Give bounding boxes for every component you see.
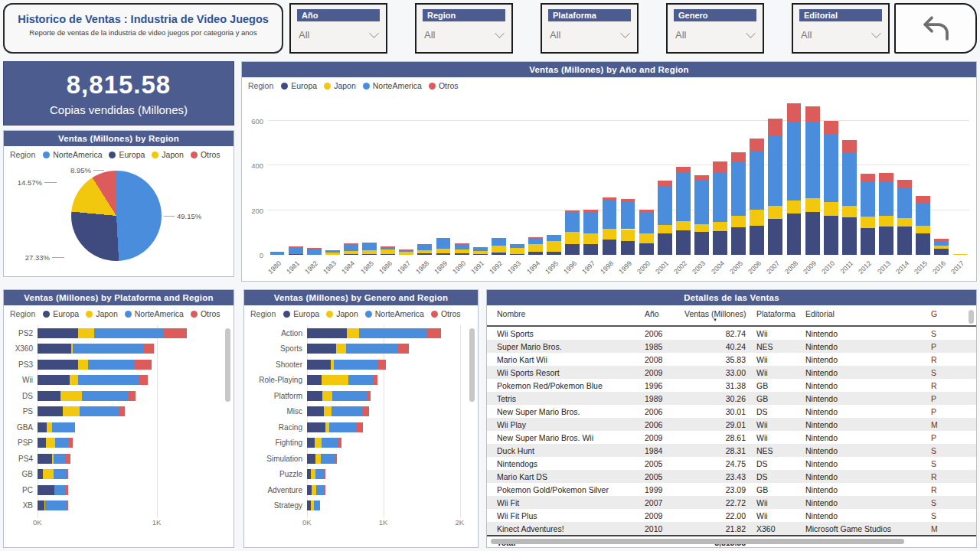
column-1989[interactable]: [436, 99, 451, 255]
bar-segment-europa[interactable]: [307, 360, 331, 370]
bar-segment-europa[interactable]: [897, 227, 912, 255]
bar-segment-europa[interactable]: [879, 227, 893, 255]
bar-action[interactable]: [307, 328, 441, 338]
bar-segment-europa[interactable]: [805, 212, 820, 255]
bar-segment-otros[interactable]: [325, 250, 340, 251]
column-2013[interactable]: [879, 99, 893, 255]
bar-segment-europa[interactable]: [916, 233, 930, 255]
legend-item-europa[interactable]: Europa: [109, 150, 145, 159]
bar-segment-norteamerica[interactable]: [381, 247, 395, 250]
column-2000[interactable]: [639, 99, 654, 255]
column-1996[interactable]: [565, 99, 580, 255]
column-1998[interactable]: [603, 99, 617, 255]
platform-scrollbar[interactable]: [225, 328, 230, 402]
bar-segment-japon[interactable]: [336, 344, 347, 354]
bar-segment-europa[interactable]: [307, 328, 347, 338]
bar-segment-norteamerica[interactable]: [322, 438, 338, 448]
bar-segment-japon[interactable]: [492, 246, 506, 252]
bar-segment-europa[interactable]: [787, 214, 802, 255]
column-2017[interactable]: [953, 99, 968, 255]
bar-segment-japon[interactable]: [528, 244, 543, 252]
bar-gba[interactable]: [38, 422, 75, 432]
bar-segment-europa[interactable]: [38, 469, 43, 479]
column-2001[interactable]: [658, 99, 672, 255]
bar-segment-norteamerica[interactable]: [547, 236, 561, 241]
bar-segment-japon[interactable]: [322, 375, 348, 385]
bar-segment-otros[interactable]: [338, 438, 341, 448]
column-1986[interactable]: [381, 99, 395, 255]
legend-item-europa[interactable]: Europa: [281, 81, 317, 90]
bar-segment-europa[interactable]: [639, 243, 654, 255]
bar-segment-otros[interactable]: [164, 328, 187, 338]
bar-segment-otros[interactable]: [74, 422, 75, 432]
column-2011[interactable]: [842, 99, 857, 255]
column-header-3[interactable]: Ventas (Millones)▼: [681, 309, 749, 322]
bar-segment-norteamerica[interactable]: [583, 212, 598, 233]
bar-shooter[interactable]: [307, 360, 386, 370]
chevron-down-icon[interactable]: [620, 28, 629, 37]
bar-segment-europa[interactable]: [565, 244, 580, 255]
bar-segment-japon[interactable]: [639, 233, 654, 243]
bar-segment-europa[interactable]: [842, 217, 857, 255]
bar-segment-japon[interactable]: [47, 422, 52, 432]
bar-ds[interactable]: [38, 391, 136, 401]
bar-segment-otros[interactable]: [658, 181, 672, 186]
bar-segment-europa[interactable]: [307, 406, 324, 416]
bar-segment-norteamerica[interactable]: [658, 186, 672, 225]
bar-segment-japon[interactable]: [46, 438, 55, 448]
bar-segment-europa[interactable]: [473, 254, 488, 255]
bar-segment-norteamerica[interactable]: [639, 213, 654, 234]
bar-segment-otros[interactable]: [128, 391, 135, 401]
bar-segment-europa[interactable]: [38, 375, 70, 385]
bar-segment-norteamerica[interactable]: [332, 406, 363, 416]
bar-segment-japon[interactable]: [861, 217, 875, 228]
bar-segment-otros[interactable]: [694, 175, 709, 181]
bar-segment-europa[interactable]: [583, 244, 598, 255]
bar-segment-norteamerica[interactable]: [436, 239, 451, 249]
bar-sports[interactable]: [307, 344, 409, 354]
bar-segment-europa[interactable]: [510, 254, 524, 255]
column-2014[interactable]: [897, 99, 912, 255]
bar-segment-japon[interactable]: [43, 469, 53, 479]
bar-segment-japon[interactable]: [436, 249, 451, 253]
bar-segment-norteamerica[interactable]: [54, 469, 67, 479]
legend-item-japon[interactable]: Japon: [86, 309, 118, 318]
column-1987[interactable]: [399, 99, 413, 255]
table-horizontal-scrollbar[interactable]: [491, 539, 904, 544]
bar-segment-japon[interactable]: [916, 226, 930, 233]
bar-segment-europa[interactable]: [621, 241, 635, 255]
column-2016[interactable]: [934, 99, 949, 255]
table-row[interactable]: New Super Mario Bros.200630.01DSNintendo…: [487, 405, 976, 418]
bar-segment-europa[interactable]: [38, 406, 63, 416]
bar-segment-otros[interactable]: [426, 328, 441, 338]
column-header-2[interactable]: Año: [642, 309, 681, 318]
bar-segment-europa[interactable]: [38, 438, 46, 448]
bar-segment-otros[interactable]: [934, 239, 949, 240]
bar-segment-otros[interactable]: [621, 199, 635, 201]
bar-segment-japon[interactable]: [750, 210, 764, 226]
column-1997[interactable]: [583, 99, 598, 255]
bar-segment-europa[interactable]: [658, 233, 672, 255]
bar-segment-japon[interactable]: [583, 233, 598, 244]
bar-segment-otros[interactable]: [374, 375, 378, 385]
bar-segment-norteamerica[interactable]: [750, 151, 764, 210]
bar-ps4[interactable]: [38, 454, 70, 464]
legend-item-otros[interactable]: Otros: [431, 309, 461, 318]
bar-segment-otros[interactable]: [289, 246, 303, 247]
bar-ps2[interactable]: [38, 328, 187, 338]
bar-racing[interactable]: [307, 422, 363, 432]
bar-segment-norteamerica[interactable]: [325, 251, 340, 253]
bar-segment-norteamerica[interactable]: [787, 122, 802, 200]
bar-segment-japon[interactable]: [325, 253, 340, 254]
bar-segment-norteamerica[interactable]: [94, 328, 164, 338]
bar-segment-otros[interactable]: [319, 500, 320, 510]
bar-segment-europa[interactable]: [750, 226, 764, 255]
table-row[interactable]: Kinect Adventures!201021.82X360Microsoft…: [487, 522, 976, 535]
bar-segment-otros[interactable]: [603, 197, 617, 200]
bar-segment-europa[interactable]: [694, 232, 709, 255]
bar-segment-japon[interactable]: [381, 249, 395, 254]
bar-segment-norteamerica[interactable]: [824, 135, 838, 203]
table-row[interactable]: Pokemon Red/Pokemon Blue199631.38GBNinte…: [487, 379, 976, 392]
bar-segment-norteamerica[interactable]: [334, 360, 378, 370]
bar-segment-norteamerica[interactable]: [603, 200, 617, 228]
